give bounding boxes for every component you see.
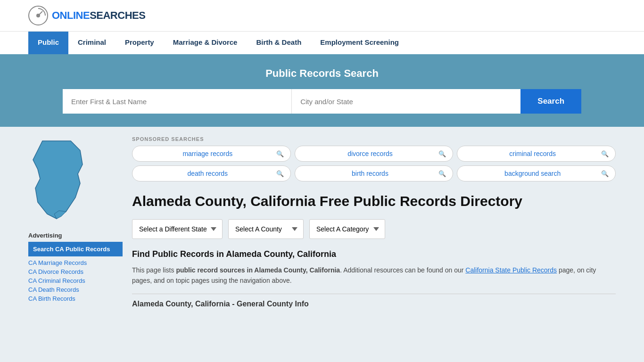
- sidebar-ad-box[interactable]: Search CA Public Records: [28, 242, 123, 256]
- search-banner: Public Records Search Search: [0, 54, 644, 127]
- search-tag-icon-5: 🔍: [438, 170, 446, 177]
- county-dropdown[interactable]: Select A County: [228, 219, 304, 239]
- search-tag-icon-2: 🔍: [438, 150, 446, 157]
- category-dropdown[interactable]: Select A Category: [309, 219, 385, 239]
- main-content: Advertising Search CA Public Records CA …: [0, 127, 644, 321]
- location-search-input[interactable]: [292, 89, 520, 114]
- sponsored-label: SPONSORED SEARCHES: [132, 136, 616, 142]
- logo[interactable]: ONLINESEARCHES: [28, 6, 145, 25]
- sidebar-link-marriage[interactable]: CA Marriage Records: [28, 258, 123, 267]
- nav-item-property[interactable]: Property: [116, 32, 164, 54]
- tag-marriage-records[interactable]: marriage records 🔍: [132, 146, 291, 162]
- tag-birth-records[interactable]: birth records 🔍: [295, 165, 454, 181]
- nav-item-employment[interactable]: Employment Screening: [311, 32, 408, 54]
- site-header: ONLINESEARCHES: [0, 0, 644, 31]
- find-records-text: This page lists public record sources in…: [132, 265, 616, 286]
- main-nav: Public Criminal Property Marriage & Divo…: [0, 31, 644, 54]
- search-banner-title: Public Records Search: [28, 67, 616, 80]
- state-dropdown[interactable]: Select a Different State: [132, 219, 223, 239]
- search-tag-icon-1: 🔍: [276, 150, 284, 157]
- sidebar-advertising-label: Advertising: [28, 232, 123, 239]
- california-state-records-link[interactable]: California State Public Records: [465, 266, 557, 274]
- sidebar-link-death[interactable]: CA Death Records: [28, 285, 123, 294]
- tag-death-records[interactable]: death records 🔍: [132, 165, 291, 181]
- search-tag-icon-6: 🔍: [601, 170, 609, 177]
- county-info-heading: Alameda County, California - General Cou…: [132, 294, 616, 311]
- page-heading: Alameda County, California Free Public R…: [132, 193, 616, 210]
- sidebar-link-divorce[interactable]: CA Divorce Records: [28, 267, 123, 276]
- sidebar-link-criminal[interactable]: CA Criminal Records: [28, 276, 123, 285]
- tag-background-search-text: background search: [464, 170, 601, 177]
- tag-death-records-text: death records: [139, 170, 276, 177]
- sidebar-link-birth[interactable]: CA Birth Records: [28, 294, 123, 303]
- tag-criminal-records-text: criminal records: [464, 150, 601, 157]
- logo-text: ONLINESEARCHES: [52, 9, 145, 22]
- tag-divorce-records-text: divorce records: [302, 150, 439, 157]
- nav-item-marriage-divorce[interactable]: Marriage & Divorce: [164, 32, 247, 54]
- nav-item-birth-death[interactable]: Birth & Death: [247, 32, 311, 54]
- tag-marriage-records-text: marriage records: [139, 150, 276, 157]
- search-form: Search: [63, 89, 581, 114]
- search-tags: marriage records 🔍 divorce records 🔍 cri…: [132, 146, 616, 181]
- search-tag-icon-3: 🔍: [601, 150, 609, 157]
- tag-criminal-records[interactable]: criminal records 🔍: [457, 146, 616, 162]
- nav-item-public[interactable]: Public: [28, 32, 68, 54]
- find-text-part1: This page lists: [132, 266, 176, 274]
- find-text-bold: public record sources in Alameda County,…: [176, 266, 340, 274]
- logo-icon: [28, 6, 48, 25]
- find-records-title: Find Public Records in Alameda County, C…: [132, 249, 616, 259]
- find-text-part2: . Additional resources can be found on o…: [340, 266, 465, 274]
- nav-item-criminal[interactable]: Criminal: [68, 32, 116, 54]
- search-button[interactable]: Search: [520, 89, 581, 114]
- sidebar: Advertising Search CA Public Records CA …: [28, 136, 123, 311]
- dropdowns-row: Select a Different State Select A County…: [132, 219, 616, 239]
- content-area: SPONSORED SEARCHES marriage records 🔍 di…: [132, 136, 616, 311]
- tag-birth-records-text: birth records: [302, 170, 439, 177]
- tag-divorce-records[interactable]: divorce records 🔍: [295, 146, 454, 162]
- california-map: [28, 136, 90, 221]
- search-tag-icon-4: 🔍: [276, 170, 284, 177]
- name-search-input[interactable]: [63, 89, 292, 114]
- svg-line-2: [38, 11, 42, 16]
- tag-background-search[interactable]: background search 🔍: [457, 165, 616, 181]
